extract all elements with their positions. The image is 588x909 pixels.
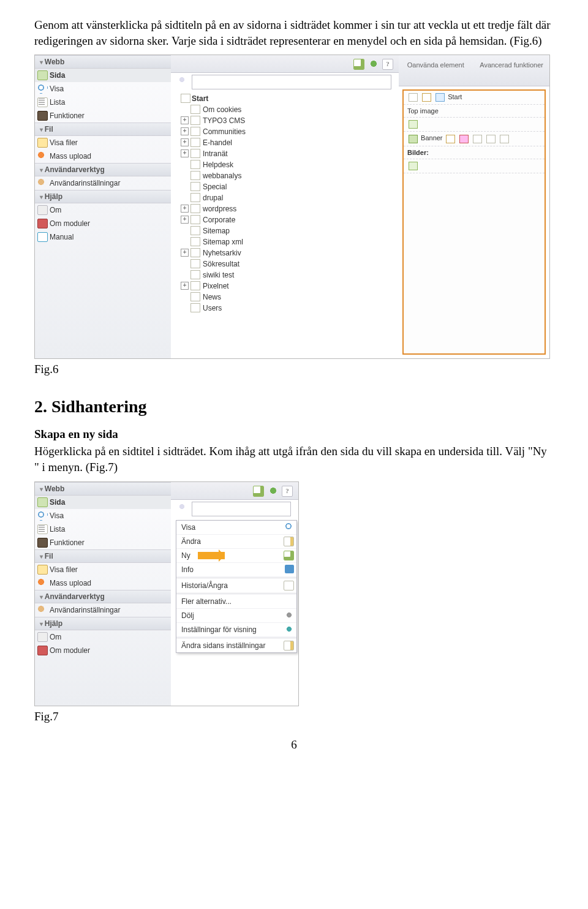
tree-node[interactable]: +TYPO3 CMS: [178, 115, 393, 126]
tree-node-label[interactable]: Start: [192, 94, 208, 103]
tree-node-label[interactable]: TYPO3 CMS: [203, 116, 245, 125]
edit-icon[interactable]: [422, 93, 431, 102]
sidebar-item[interactable]: Sida: [35, 69, 171, 82]
sidebar-section[interactable]: Användarverktyg: [35, 163, 171, 176]
refresh-icon[interactable]: [268, 486, 278, 496]
context-menu-item[interactable]: Ny: [176, 549, 296, 563]
sidebar-item[interactable]: Visa: [35, 82, 171, 96]
add-content-icon[interactable]: [409, 120, 418, 129]
add-content-icon[interactable]: [409, 162, 418, 170]
sidebar-item[interactable]: Användarinställningar: [35, 176, 171, 190]
tree-node[interactable]: Users: [178, 303, 393, 314]
tree-node-label[interactable]: Helpdesk: [203, 160, 233, 169]
sidebar-section[interactable]: Användarverktyg: [35, 590, 171, 603]
refresh-icon[interactable]: [369, 59, 379, 69]
tree-node-label[interactable]: drupal: [203, 194, 223, 202]
context-menu-item[interactable]: Inställningar för visning: [176, 623, 296, 637]
tree-node-label[interactable]: Sitemap xml: [203, 238, 243, 246]
sidebar-item[interactable]: Lista: [35, 96, 171, 109]
new-page-icon[interactable]: [353, 59, 364, 70]
sidebar-section[interactable]: Fil: [35, 123, 171, 136]
tree-node-label[interactable]: E-handel: [203, 138, 232, 147]
tree-node-label[interactable]: Om cookies: [203, 105, 241, 114]
sidebar-section[interactable]: Webb: [35, 55, 171, 69]
content-row-new1[interactable]: [404, 118, 545, 132]
tree-node-label[interactable]: Users: [203, 304, 222, 312]
tree-node-label[interactable]: wordpress: [203, 205, 236, 213]
sidebar-item[interactable]: Funktioner: [35, 536, 171, 549]
expand-icon[interactable]: +: [181, 205, 189, 213]
tree-node[interactable]: Sitemap: [178, 225, 393, 236]
tree-node[interactable]: +Intranät: [178, 148, 393, 159]
filter-icon[interactable]: [176, 503, 188, 515]
tree-node[interactable]: Om cookies: [178, 104, 393, 115]
tree-search-input[interactable]: [192, 502, 291, 516]
filter-icon[interactable]: [176, 76, 188, 88]
sidebar-item[interactable]: Mass upload: [35, 149, 171, 163]
tree-node[interactable]: siwiki test: [178, 270, 393, 281]
tab-advanced-functions[interactable]: Avancerad funktioner: [475, 55, 549, 75]
tree-node-label[interactable]: Communities: [203, 127, 246, 136]
sidebar-item[interactable]: Visa filer: [35, 136, 171, 149]
content-row-start[interactable]: Start: [404, 91, 545, 105]
sidebar-section[interactable]: Hjälp: [35, 617, 171, 630]
tree-node[interactable]: Special: [178, 181, 393, 192]
tree-node-label[interactable]: Intranät: [203, 149, 228, 158]
expand-icon[interactable]: +: [181, 127, 189, 135]
sidebar-item[interactable]: Om moduler: [35, 644, 171, 657]
sidebar-section[interactable]: Fil: [35, 549, 171, 563]
sidebar-section[interactable]: Hjälp: [35, 190, 171, 203]
tree-node[interactable]: +Nyhetsarkiv: [178, 247, 393, 258]
tree-node[interactable]: +E-handel: [178, 137, 393, 148]
context-menu-item[interactable]: Ändra sidans inställningar: [176, 639, 296, 652]
tree-node[interactable]: +Communities: [178, 126, 393, 137]
tree-node[interactable]: drupal: [178, 192, 393, 203]
expand-icon[interactable]: +: [181, 149, 189, 157]
sidebar-item[interactable]: Visa: [35, 509, 171, 522]
tree-node[interactable]: +Corporate: [178, 214, 393, 225]
tree-node-label[interactable]: Sitemap: [203, 227, 230, 235]
tree-node-label[interactable]: Sökresultat: [203, 260, 239, 268]
sidebar-item[interactable]: Manual: [35, 230, 171, 244]
tree-node[interactable]: Sitemap xml: [178, 236, 393, 247]
sidebar-item[interactable]: Funktioner: [35, 109, 171, 123]
context-menu-item[interactable]: Dölj: [176, 609, 296, 623]
sidebar-item[interactable]: Visa filer: [35, 563, 171, 576]
new-page-icon[interactable]: [253, 486, 264, 497]
context-menu[interactable]: VisaÄndraNyInfoHistoria/ÅngraFler altern…: [176, 520, 297, 653]
help-icon[interactable]: ?: [382, 59, 393, 70]
sidebar-item[interactable]: Om: [35, 203, 171, 217]
content-row-banner[interactable]: Banner: [404, 132, 545, 146]
sidebar-item[interactable]: Användarinställningar: [35, 603, 171, 617]
edit-icon[interactable]: [446, 135, 455, 143]
context-menu-item[interactable]: Visa: [176, 521, 296, 535]
context-menu-item[interactable]: Historia/Ångra: [176, 579, 296, 593]
page-tree[interactable]: −StartOm cookies+TYPO3 CMS+Communities+E…: [178, 93, 393, 355]
tree-node-label[interactable]: Pixelnet: [203, 282, 229, 290]
sidebar-item[interactable]: Om: [35, 630, 171, 644]
tree-node[interactable]: webbanalys: [178, 170, 393, 181]
tree-search-input[interactable]: [192, 75, 391, 89]
delete-icon[interactable]: [500, 135, 509, 143]
context-menu-item[interactable]: Ändra: [176, 535, 296, 549]
tree-node-label[interactable]: webbanalys: [203, 172, 241, 180]
expand-icon[interactable]: +: [181, 116, 189, 124]
sidebar-section[interactable]: Webb: [35, 482, 171, 496]
cut-icon[interactable]: [486, 135, 496, 143]
tree-node-label[interactable]: Nyhetsarkiv: [203, 249, 241, 257]
disable-icon[interactable]: [459, 135, 469, 143]
tree-node[interactable]: Sökresultat: [178, 258, 393, 270]
copy-icon[interactable]: [473, 135, 482, 143]
tree-node-label[interactable]: Corporate: [203, 216, 235, 224]
tab-unused-elements[interactable]: Oanvända element: [399, 55, 473, 75]
view-icon[interactable]: [435, 93, 445, 102]
help-icon[interactable]: ?: [282, 486, 293, 497]
tree-node[interactable]: Helpdesk: [178, 159, 393, 170]
expand-icon[interactable]: +: [181, 249, 189, 257]
context-menu-item[interactable]: Info: [176, 563, 296, 577]
tree-node-label[interactable]: News: [203, 293, 221, 301]
expand-icon[interactable]: +: [181, 216, 189, 224]
tree-node[interactable]: News: [178, 292, 393, 303]
expand-icon[interactable]: +: [181, 138, 189, 146]
tree-node[interactable]: +Pixelnet: [178, 281, 393, 292]
